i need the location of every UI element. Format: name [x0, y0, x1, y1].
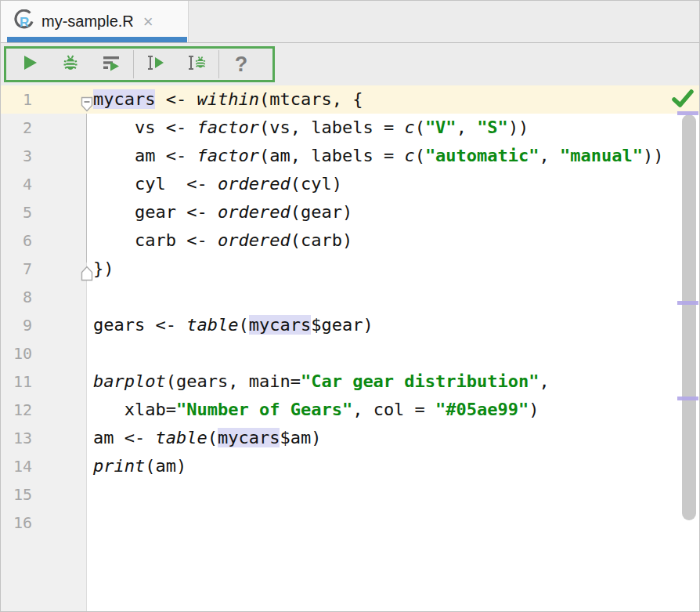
gutter-cell[interactable]: 11 [1, 368, 87, 396]
line-number: 5 [23, 198, 32, 226]
code-text[interactable]: carb <- ordered(carb) [87, 226, 352, 255]
line-number: 7 [23, 255, 32, 283]
code-text[interactable]: gears <- table(mycars$gear) [87, 311, 373, 339]
tab-my-sample[interactable]: R my-sample.R × [1, 1, 189, 42]
line-number: 10 [13, 339, 32, 368]
code-text[interactable] [87, 480, 93, 509]
toolbar-strip: ? [1, 43, 699, 85]
code-line: 10 [1, 339, 699, 368]
inspection-check-icon[interactable] [672, 89, 694, 112]
line-number: 15 [13, 480, 32, 509]
ide-window: R my-sample.R × [0, 0, 700, 612]
code-line: 1mycars <- within(mtcars, { [1, 85, 699, 114]
toolbar-separator [133, 50, 134, 78]
code-line: 16 [1, 509, 699, 537]
code-line: 7}) [1, 255, 699, 283]
code-line: 2 vs <- factor(vs, labels = c("V", "S")) [1, 114, 699, 142]
gutter-cell[interactable]: 2 [1, 114, 87, 142]
line-number: 16 [13, 509, 32, 537]
debug-button[interactable] [50, 49, 91, 79]
code-text[interactable]: am <- table(mycars$am) [87, 424, 321, 452]
gutter-cell[interactable]: 12 [1, 396, 87, 424]
gutter-cell[interactable]: 13 [1, 424, 87, 452]
code-line: 13am <- table(mycars$am) [1, 424, 699, 452]
gutter-cell[interactable]: 1 [1, 85, 87, 114]
active-tab-underline [7, 37, 187, 42]
occurrence-stripe[interactable] [677, 397, 698, 400]
gutter-cell[interactable]: 10 [1, 339, 87, 368]
gutter-cell[interactable]: 9 [1, 311, 87, 339]
line-number: 4 [23, 170, 32, 198]
code-line: 14print(am) [1, 452, 699, 480]
scrollbar-thumb[interactable] [682, 114, 696, 520]
debug-from-cursor-icon [186, 53, 207, 75]
line-number: 12 [13, 396, 32, 424]
occurrence-stripe[interactable] [677, 301, 698, 305]
run-toolbar: ? [4, 46, 275, 82]
svg-text:R: R [20, 15, 29, 30]
gutter-cell[interactable]: 3 [1, 142, 87, 170]
run-from-cursor-icon [146, 53, 166, 75]
run-button[interactable] [9, 49, 50, 79]
occurrence-stripe[interactable] [677, 111, 698, 115]
code-text[interactable]: cyl <- ordered(cyl) [87, 170, 342, 198]
gutter-cell[interactable]: 5 [1, 198, 87, 226]
code-text[interactable]: barplot(gears, main="Car gear distributi… [87, 368, 550, 396]
line-number: 8 [23, 283, 32, 311]
gutter-cell[interactable]: 16 [1, 509, 87, 537]
gutter-cell[interactable]: 15 [1, 480, 87, 509]
gutter-cell[interactable]: 14 [1, 452, 87, 480]
line-number: 9 [23, 311, 32, 339]
code-line: 12 xlab="Number of Gears", col = "#05ae9… [1, 396, 699, 424]
gutter-cell[interactable]: 7 [1, 255, 87, 283]
run-icon [20, 53, 39, 75]
code-line: 8 [1, 283, 699, 311]
tab-title: my-sample.R [41, 13, 134, 31]
code-line: 4 cyl <- ordered(cyl) [1, 170, 699, 198]
code-text[interactable]: xlab="Number of Gears", col = "#05ae99") [87, 396, 539, 424]
code-line: 5 gear <- ordered(gear) [1, 198, 699, 226]
code-text[interactable]: vs <- factor(vs, labels = c("V", "S")) [87, 114, 529, 142]
code-text[interactable]: print(am) [87, 452, 186, 480]
run-from-cursor-button[interactable] [135, 49, 176, 79]
line-number: 6 [23, 226, 32, 255]
help-button[interactable]: ? [221, 49, 262, 79]
line-number: 1 [23, 85, 32, 114]
code-text[interactable] [87, 509, 93, 537]
run-selection-icon [102, 53, 121, 75]
help-icon: ? [235, 53, 248, 77]
debug-bug-icon [61, 53, 80, 75]
close-icon[interactable]: × [143, 13, 153, 31]
line-number: 11 [13, 368, 32, 396]
editor-tab-bar: R my-sample.R × [1, 1, 699, 43]
code-line: 11barplot(gears, main="Car gear distribu… [1, 368, 699, 396]
gutter-cell[interactable]: 4 [1, 170, 87, 198]
code-line: 9gears <- table(mycars$gear) [1, 311, 699, 339]
code-text[interactable]: am <- factor(am, labels = c("automatic",… [87, 142, 664, 170]
gutter-cell[interactable]: 6 [1, 226, 87, 255]
code-line: 3 am <- factor(am, labels = c("automatic… [1, 142, 699, 170]
line-number: 3 [23, 142, 32, 170]
code-text[interactable]: mycars <- within(mtcars, { [87, 85, 363, 114]
line-number: 2 [23, 114, 32, 142]
line-number: 14 [13, 452, 32, 480]
r-language-icon: R [13, 9, 34, 34]
toolbar-separator [218, 50, 219, 78]
code-editor: 1mycars <- within(mtcars, {2 vs <- facto… [1, 85, 699, 611]
code-line: 15 [1, 480, 699, 509]
gutter-cell[interactable]: 8 [1, 283, 87, 311]
code-line: 6 carb <- ordered(carb) [1, 226, 699, 255]
run-selection-button[interactable] [91, 49, 132, 79]
code-text[interactable]: gear <- ordered(gear) [87, 198, 352, 226]
debug-from-cursor-button[interactable] [176, 49, 217, 79]
code-text[interactable] [87, 339, 93, 368]
code-lines: 1mycars <- within(mtcars, {2 vs <- facto… [1, 85, 699, 537]
line-number: 13 [13, 424, 32, 452]
